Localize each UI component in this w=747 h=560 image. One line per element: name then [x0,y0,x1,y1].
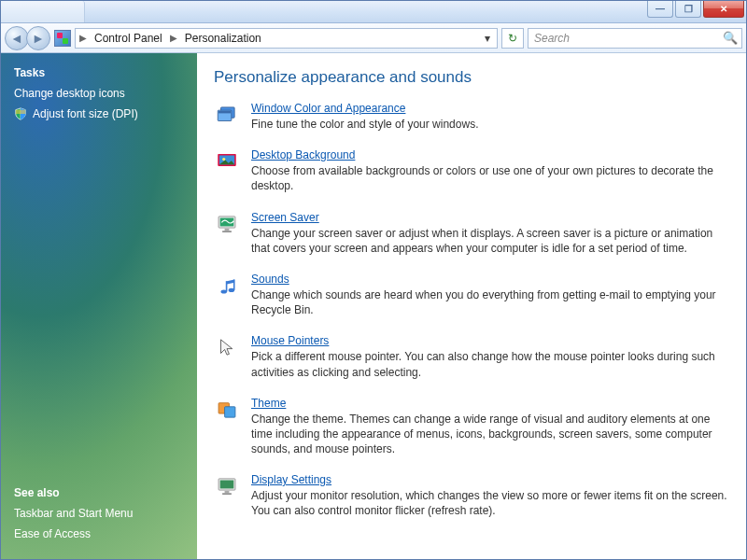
toolbar: ◄ ► ▶ Control Panel ▶ Personalization ▾ … [1,23,746,53]
desc-mouse-pointers: Pick a different mouse pointer. You can … [251,349,729,379]
breadcrumb-item[interactable]: Personalization [179,29,267,48]
sounds-icon [214,273,240,299]
sidebar: Tasks Change desktop icons Adjust font s… [1,53,197,559]
task-label: Change desktop icons [14,87,125,100]
item-display-settings: Display Settings Adjust your monitor res… [214,473,729,518]
nav-buttons: ◄ ► [5,26,50,50]
control-panel-icon [54,30,71,47]
inactive-tab [1,1,85,22]
theme-icon [214,397,240,423]
refresh-button[interactable]: ↻ [501,28,524,49]
refresh-icon: ↻ [508,32,517,45]
arrow-left-icon: ◄ [10,31,23,46]
svg-rect-17 [220,481,234,489]
desc-display-settings: Adjust your monitor resolution, which ch… [251,488,729,518]
breadcrumb-item[interactable]: Control Panel [89,29,168,48]
svg-rect-9 [222,231,232,232]
window-color-icon [214,102,240,128]
search-input[interactable]: Search 🔍 [528,28,742,49]
svg-point-5 [222,158,225,161]
item-theme: Theme Change the theme. Themes can chang… [214,397,729,457]
screen-saver-icon [214,211,240,237]
desktop-background-icon [214,148,240,175]
shield-icon [14,107,27,120]
display-settings-icon [214,473,240,499]
svg-rect-8 [225,228,230,230]
task-adjust-font-size[interactable]: Adjust font size (DPI) [14,107,184,120]
mouse-pointers-icon [214,334,240,360]
desc-desktop-background: Choose from available backgrounds or col… [251,163,729,193]
close-button[interactable]: ✕ [703,1,744,18]
maximize-button[interactable]: ❐ [675,1,701,18]
svg-rect-15 [225,406,235,416]
svg-rect-2 [218,111,231,113]
item-sounds: Sounds Change which sounds are heard whe… [214,273,729,317]
chevron-right-icon: ▶ [168,33,179,43]
window-controls: — ❐ ✕ [647,1,746,18]
body: Tasks Change desktop icons Adjust font s… [1,53,746,559]
tasks-heading: Tasks [14,66,184,79]
titlebar: — ❐ ✕ [1,1,746,23]
link-sounds[interactable]: Sounds [251,273,289,286]
link-display-settings[interactable]: Display Settings [251,473,331,486]
svg-rect-19 [222,494,232,496]
search-placeholder: Search [534,32,723,45]
see-also-ease-of-access[interactable]: Ease of Access [14,527,184,540]
link-screen-saver[interactable]: Screen Saver [251,211,319,224]
link-theme[interactable]: Theme [251,397,286,410]
forward-button[interactable]: ► [26,26,50,50]
item-window-color: Window Color and Appearance Fine tune th… [214,102,729,132]
link-mouse-pointers[interactable]: Mouse Pointers [251,334,329,347]
see-also: See also Taskbar and Start Menu Ease of … [14,486,184,548]
arrow-right-icon: ► [32,31,45,46]
svg-rect-18 [225,491,230,493]
item-desktop-background: Desktop Background Choose from available… [214,148,729,193]
see-also-taskbar[interactable]: Taskbar and Start Menu [14,507,184,520]
see-also-heading: See also [14,486,184,499]
page-title: Personalize appearance and sounds [214,68,729,87]
minimize-button[interactable]: — [647,1,673,18]
breadcrumb[interactable]: ▶ Control Panel ▶ Personalization ▾ [75,28,498,49]
link-label: Ease of Access [14,527,91,540]
item-mouse-pointers: Mouse Pointers Pick a different mouse po… [214,334,729,379]
desc-sounds: Change which sounds are heard when you d… [251,287,729,317]
breadcrumb-dropdown[interactable]: ▾ [480,32,495,45]
item-screen-saver: Screen Saver Change your screen saver or… [214,211,729,256]
task-label: Adjust font size (DPI) [33,107,138,120]
link-label: Taskbar and Start Menu [14,507,133,520]
desc-screen-saver: Change your screen saver or adjust when … [251,226,729,256]
chevron-right-icon: ▶ [78,33,89,43]
desc-window-color: Fine tune the color and style of your wi… [251,117,729,132]
link-desktop-background[interactable]: Desktop Background [251,148,355,161]
search-icon: 🔍 [723,31,738,45]
content: Personalize appearance and sounds Window… [197,53,746,559]
task-change-desktop-icons[interactable]: Change desktop icons [14,87,184,100]
desc-theme: Change the theme. Themes can change a wi… [251,412,729,457]
link-window-color[interactable]: Window Color and Appearance [251,102,405,115]
explorer-window: — ❐ ✕ ◄ ► ▶ Control Panel ▶ Personalizat… [0,0,747,560]
